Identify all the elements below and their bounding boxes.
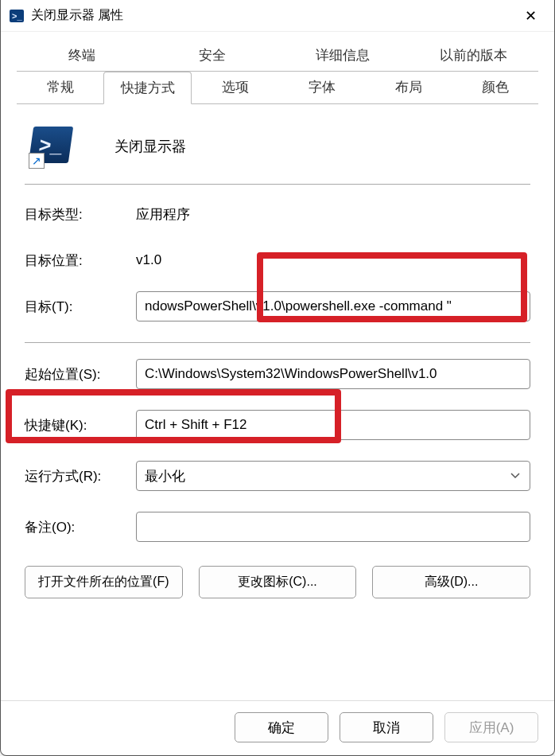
label-shortcut-key: 快捷键(K): bbox=[25, 416, 136, 435]
row-target: 目标(T): bbox=[25, 291, 530, 321]
label-run: 运行方式(R): bbox=[25, 467, 136, 485]
properties-dialog: >_ 关闭显示器 属性 ✕ 终端 安全 详细信息 以前的版本 常规 快捷方式 选… bbox=[0, 0, 555, 756]
panel-header: >_ ↗ 关闭显示器 bbox=[25, 120, 530, 185]
tabs-row-2: 常规 快捷方式 选项 字体 布局 颜色 bbox=[17, 72, 538, 104]
close-icon: ✕ bbox=[525, 7, 537, 25]
value-target-type: 应用程序 bbox=[136, 205, 190, 224]
comment-input[interactable] bbox=[136, 512, 530, 542]
open-file-location-button[interactable]: 打开文件所在的位置(F) bbox=[25, 566, 183, 598]
row-run: 运行方式(R): 最小化 bbox=[25, 461, 530, 491]
label-comment: 备注(O): bbox=[25, 518, 136, 536]
window-title: 关闭显示器 属性 bbox=[31, 7, 513, 24]
tab-shortcut[interactable]: 快捷方式 bbox=[103, 72, 192, 104]
titlebar-icon: >_ bbox=[9, 8, 25, 24]
start-in-input[interactable] bbox=[136, 359, 530, 389]
run-select[interactable]: 最小化 bbox=[136, 461, 530, 491]
tabs-row-1: 终端 安全 详细信息 以前的版本 bbox=[17, 40, 538, 72]
shortcut-key-input[interactable] bbox=[136, 410, 530, 440]
action-buttons-row: 打开文件所在的位置(F) 更改图标(C)... 高级(D)... bbox=[25, 566, 530, 598]
target-input[interactable] bbox=[136, 291, 530, 321]
apply-button[interactable]: 应用(A) bbox=[444, 712, 538, 742]
tab-previous[interactable]: 以前的版本 bbox=[408, 40, 538, 72]
cancel-button[interactable]: 取消 bbox=[340, 712, 433, 742]
ok-button[interactable]: 确定 bbox=[235, 712, 328, 742]
close-button[interactable]: ✕ bbox=[513, 4, 548, 28]
label-start-in: 起始位置(S): bbox=[25, 365, 136, 384]
tab-security[interactable]: 安全 bbox=[147, 40, 278, 72]
tab-details[interactable]: 详细信息 bbox=[278, 40, 408, 72]
advanced-button[interactable]: 高级(D)... bbox=[372, 566, 530, 598]
tab-general[interactable]: 常规 bbox=[17, 72, 103, 104]
titlebar: >_ 关闭显示器 属性 ✕ bbox=[1, 0, 554, 32]
row-target-type: 目标类型: 应用程序 bbox=[25, 199, 530, 229]
tab-terminal[interactable]: 终端 bbox=[17, 40, 147, 72]
tab-colors[interactable]: 颜色 bbox=[452, 72, 538, 104]
value-target-location: v1.0 bbox=[136, 252, 161, 268]
tab-layout[interactable]: 布局 bbox=[365, 72, 452, 104]
label-target-type: 目标类型: bbox=[25, 205, 136, 224]
shortcut-panel: >_ ↗ 关闭显示器 目标类型: 应用程序 目标位置: v1.0 目标(T): bbox=[17, 104, 538, 700]
row-target-location: 目标位置: v1.0 bbox=[25, 245, 530, 275]
change-icon-button[interactable]: 更改图标(C)... bbox=[199, 566, 357, 598]
label-target-location: 目标位置: bbox=[25, 251, 136, 270]
row-shortcut-key: 快捷键(K): bbox=[25, 410, 530, 440]
tab-font[interactable]: 字体 bbox=[278, 72, 365, 104]
content-area: 终端 安全 详细信息 以前的版本 常规 快捷方式 选项 字体 布局 颜色 >_ … bbox=[1, 32, 554, 700]
powershell-icon: >_ ↗ bbox=[31, 127, 71, 166]
row-comment: 备注(O): bbox=[25, 512, 530, 542]
row-start-in: 起始位置(S): bbox=[25, 359, 530, 389]
tab-options[interactable]: 选项 bbox=[192, 72, 278, 104]
divider bbox=[25, 342, 530, 343]
dialog-footer: 确定 取消 应用(A) bbox=[1, 700, 554, 755]
shortcut-overlay-icon: ↗ bbox=[29, 153, 45, 169]
svg-text:>_: >_ bbox=[12, 11, 22, 21]
shortcut-name: 关闭显示器 bbox=[114, 137, 186, 156]
label-target: 目标(T): bbox=[25, 298, 136, 316]
